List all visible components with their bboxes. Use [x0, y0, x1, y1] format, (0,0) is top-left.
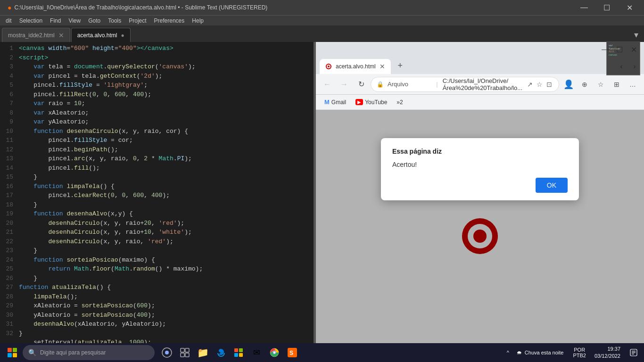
- browser-panel: — ☐ ✕ acerta.alvo.html ✕ + ‹ ›: [315, 42, 644, 362]
- svg-rect-9: [185, 348, 189, 352]
- store-icon: [234, 348, 243, 357]
- menu-tools[interactable]: Tools: [104, 16, 125, 25]
- reload-button[interactable]: ↻: [354, 77, 369, 92]
- address-bar-input[interactable]: 🔒 Arquivo | C:/Users/lai_l/OneDrive/Área…: [371, 77, 559, 92]
- close-button[interactable]: ✕: [619, 0, 640, 15]
- bookmark-overflow-label: »2: [396, 99, 403, 106]
- svg-rect-12: [234, 348, 238, 352]
- menu-project[interactable]: Project: [125, 16, 150, 25]
- browser-tab-title: acerta.alvo.html: [336, 63, 376, 70]
- browser-content-area: Essa página diz Acertou! OK: [316, 110, 644, 362]
- chrome-icon: [270, 348, 279, 357]
- language-indicator[interactable]: POR PTB2: [571, 346, 588, 359]
- tabs-overflow-icon[interactable]: ▾: [630, 28, 642, 42]
- taskbar-app-store[interactable]: [230, 344, 247, 361]
- weather-icon: 🌧: [517, 350, 522, 355]
- browser-tab-close-icon[interactable]: ✕: [380, 63, 385, 70]
- dialog-title: Essa página diz: [392, 148, 568, 155]
- menu-selection[interactable]: Selection: [16, 16, 46, 25]
- forward-button[interactable]: →: [337, 77, 352, 92]
- editor-tabs-bar: mostra_idde2.html ✕ acerta.alvo.html ● ▾: [0, 25, 644, 42]
- taskbar-apps: 📁 ✉: [158, 344, 301, 361]
- taskbar-app-explorer[interactable]: 📁: [194, 344, 211, 361]
- notification-icon: [630, 349, 637, 356]
- menu-help[interactable]: Help: [188, 16, 207, 25]
- menu-find[interactable]: Find: [46, 16, 65, 25]
- main-area: 12345 678910 1112131415 1617181920 21222…: [0, 42, 644, 362]
- bookmark-gmail[interactable]: M Gmail: [322, 98, 349, 107]
- back-button[interactable]: ←: [320, 77, 335, 92]
- address-url: C:/Users/lai_l/OneDrive/Área%20de%20Trab…: [443, 77, 522, 91]
- windows-logo: [8, 348, 17, 357]
- language-code: POR: [573, 347, 586, 353]
- task-view-icon: [180, 348, 190, 357]
- window-title: C:\Users\lai_l\OneDrive\Área de Trabalho…: [14, 4, 267, 11]
- maximize-button[interactable]: ☐: [596, 0, 618, 15]
- dialog-message: Acertou!: [392, 161, 568, 168]
- clock-time: 19:37: [594, 346, 620, 353]
- browser-title-bar: — ☐ ✕: [316, 42, 644, 57]
- code-editor[interactable]: 12345 678910 1112131415 1617181920 21222…: [0, 42, 314, 352]
- svg-rect-11: [185, 353, 189, 357]
- address-action-icons: ↗ ☆ ⊡: [526, 80, 553, 89]
- tab-label-active: acerta.alvo.html: [77, 32, 117, 39]
- tab-mostra-idde2[interactable]: mostra_idde2.html ✕: [2, 28, 70, 42]
- tab-dirty-indicator: ●: [121, 32, 124, 39]
- sublime-icon: S: [288, 348, 297, 357]
- browser-tab-active[interactable]: acerta.alvo.html ✕: [320, 59, 391, 74]
- bookmarks-bar: M Gmail ▶ YouTube »2: [316, 95, 644, 110]
- svg-point-2: [328, 66, 330, 67]
- taskbar-app-task-view[interactable]: [176, 344, 193, 361]
- browser-tabs-bar: acerta.alvo.html ✕ + ‹ ›: [316, 57, 644, 74]
- browser-toolbar-buttons: 👤 ⊕ ☆ ⊞ …: [561, 77, 640, 92]
- taskbar-app-mail[interactable]: ✉: [248, 344, 265, 361]
- menu-goto[interactable]: Goto: [84, 16, 104, 25]
- edge-icon: [216, 348, 225, 357]
- menu-edit[interactable]: dit: [2, 16, 16, 25]
- svg-rect-15: [239, 353, 243, 357]
- notification-center-button[interactable]: [627, 346, 640, 359]
- share-icon[interactable]: ↗: [526, 80, 534, 89]
- new-tab-button[interactable]: +: [393, 58, 408, 73]
- tab-acerta-alvo[interactable]: acerta.alvo.html ●: [71, 28, 131, 42]
- taskbar-app-chrome[interactable]: [266, 344, 283, 361]
- dialog-ok-button[interactable]: OK: [536, 178, 568, 193]
- tab-label: mostra_idde2.html: [8, 32, 55, 39]
- taskbar-search-bar[interactable]: 🔍 Digite aqui para pesquisar: [23, 345, 155, 360]
- bookmark-gmail-label: Gmail: [331, 99, 346, 106]
- bookmark-overflow[interactable]: »2: [394, 98, 405, 107]
- profile-button[interactable]: 👤: [561, 77, 576, 92]
- bookmark-star-icon[interactable]: ☆: [536, 80, 544, 89]
- browser-menu-button[interactable]: …: [625, 77, 640, 92]
- extensions-button[interactable]: ⊕: [577, 77, 592, 92]
- taskbar-app-edge[interactable]: [212, 344, 229, 361]
- favorites-button[interactable]: ☆: [593, 77, 608, 92]
- taskbar-app-cortana[interactable]: [158, 344, 175, 361]
- menu-view[interactable]: View: [65, 16, 84, 25]
- weather-label: Chuva esta noite: [525, 350, 564, 355]
- window-controls: — ☐ ✕: [573, 0, 640, 15]
- address-protocol: Arquivo: [388, 81, 431, 88]
- tab-close-icon[interactable]: ✕: [58, 32, 64, 39]
- bookmark-youtube[interactable]: ▶ YouTube: [353, 98, 390, 107]
- weather-widget[interactable]: 🌧 Chuva esta noite: [513, 349, 568, 356]
- minimize-button[interactable]: —: [573, 0, 595, 15]
- gmail-icon: M: [324, 99, 330, 106]
- collections-button[interactable]: ⊞: [609, 77, 624, 92]
- title-bar: ● C:\Users\lai_l\OneDrive\Área de Trabal…: [0, 0, 644, 15]
- system-clock[interactable]: 19:37 03/12/2022: [592, 345, 623, 361]
- youtube-icon: ▶: [355, 99, 363, 105]
- svg-rect-13: [239, 348, 243, 352]
- svg-point-18: [273, 352, 276, 354]
- alert-dialog: Essa página diz Acertou! OK: [381, 138, 579, 200]
- sidebar-view-icon[interactable]: ⊡: [545, 80, 553, 89]
- bookmark-youtube-label: YouTube: [365, 99, 387, 106]
- show-hidden-icons[interactable]: ^: [507, 350, 509, 355]
- menu-preferences[interactable]: Preferences: [150, 16, 189, 25]
- clock-date: 03/12/2022: [594, 353, 620, 360]
- start-button[interactable]: [4, 344, 21, 361]
- svg-point-7: [165, 351, 169, 354]
- taskbar-app-sublime[interactable]: S: [284, 344, 301, 361]
- system-tray: ^: [507, 350, 509, 355]
- browser-address-bar: ← → ↻ 🔒 Arquivo | C:/Users/lai_l/OneDriv…: [316, 74, 644, 95]
